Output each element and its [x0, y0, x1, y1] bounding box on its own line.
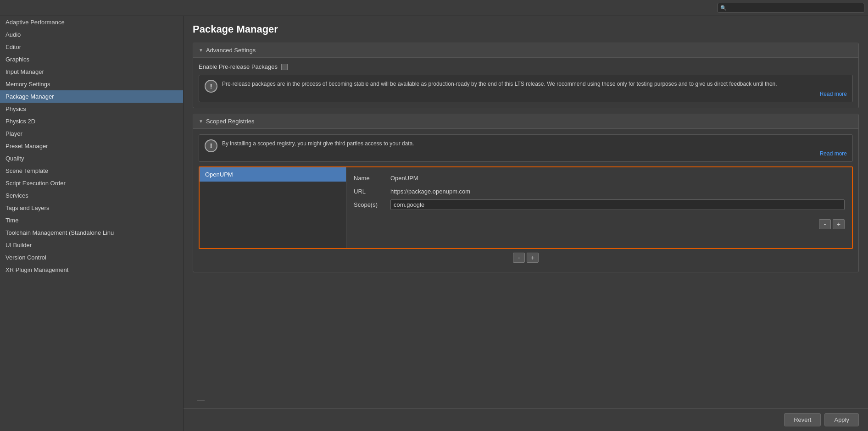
scoped-info-text: By installing a scoped registry, you mig… — [222, 139, 847, 148]
sidebar-item-toolchain-management[interactable]: Toolchain Management (Standalone Linu — [0, 227, 183, 239]
enable-prerelease-row: Enable Pre-release Packages — [199, 63, 853, 70]
apply-button[interactable]: Apply — [824, 413, 859, 426]
registry-buttons-row: - + — [354, 216, 845, 229]
sidebar-item-scene-template[interactable]: Scene Template — [0, 165, 183, 177]
advanced-settings-section: ▼ Advanced Settings Enable Pre-release P… — [193, 43, 859, 108]
registry-detail: Name OpenUPM URL https://package.openupm… — [346, 167, 852, 248]
sidebar-item-adaptive-performance[interactable]: Adaptive Performance — [0, 16, 183, 28]
sidebar-item-preset-manager[interactable]: Preset Manager — [0, 140, 183, 152]
scoped-info-content: By installing a scoped registry, you mig… — [222, 139, 847, 157]
bottom-bar: Revert Apply — [184, 408, 868, 431]
sidebar-item-xr-plugin-management[interactable]: XR Plugin Management — [0, 264, 183, 276]
advanced-settings-header[interactable]: ▼ Advanced Settings — [193, 43, 858, 58]
registry-scope-row: Scope(s) — [354, 199, 845, 210]
scoped-registries-section: ▼ Scoped Registries ! By installing a sc… — [193, 114, 859, 272]
advanced-info-box: ! Pre-release packages are in the proces… — [199, 75, 853, 102]
sidebar-item-tags-and-layers[interactable]: Tags and Layers — [0, 202, 183, 214]
scoped-read-more-link[interactable]: Read more — [222, 150, 847, 157]
scoped-registries-arrow: ▼ — [199, 119, 203, 124]
sidebar-item-audio[interactable]: Audio — [0, 28, 183, 41]
top-bar: 🔍 — [0, 0, 868, 16]
scoped-registries-title: Scoped Registries — [206, 118, 255, 125]
list-remove-button[interactable]: - — [513, 253, 525, 263]
sidebar-item-graphics[interactable]: Graphics — [0, 53, 183, 66]
advanced-info-content: Pre-release packages are in the process … — [222, 80, 847, 97]
registry-list-item-openupm[interactable]: OpenUPM — [200, 167, 346, 182]
advanced-info-text: Pre-release packages are in the process … — [222, 80, 847, 88]
search-input[interactable] — [718, 3, 864, 13]
sidebar-item-ui-builder[interactable]: UI Builder — [0, 239, 183, 251]
sidebar-item-time[interactable]: Time — [0, 214, 183, 227]
sidebar-item-player[interactable]: Player — [0, 127, 183, 140]
registry-url-label: URL — [354, 186, 390, 195]
content-area: Package Manager ▼ Advanced Settings Enab… — [184, 16, 868, 431]
list-add-button[interactable]: + — [527, 253, 539, 263]
sidebar-item-memory-settings[interactable]: Memory Settings — [0, 78, 183, 90]
enable-prerelease-checkbox[interactable] — [281, 64, 288, 70]
search-icon: 🔍 — [720, 5, 727, 11]
page-title: Package Manager — [193, 23, 859, 35]
sidebar-item-script-execution-order[interactable]: Script Execution Order — [0, 177, 183, 189]
registry-list: OpenUPM — [200, 167, 346, 248]
revert-button[interactable]: Revert — [784, 413, 821, 426]
content-scroll: Package Manager ▼ Advanced Settings Enab… — [184, 16, 868, 408]
list-add-remove-controls: - + — [199, 249, 853, 266]
sidebar-item-services[interactable]: Services — [0, 189, 183, 202]
main-layout: Adaptive PerformanceAudioEditorGraphicsI… — [0, 16, 868, 431]
registry-name-row: Name OpenUPM — [354, 173, 845, 182]
registry-scope-label: Scope(s) — [354, 199, 390, 208]
sidebar-item-quality[interactable]: Quality — [0, 152, 183, 165]
sidebar-item-version-control[interactable]: Version Control — [0, 251, 183, 264]
advanced-info-icon: ! — [205, 80, 217, 93]
registry-name-label: Name — [354, 173, 390, 182]
search-container: 🔍 — [718, 3, 864, 13]
sidebar-item-input-manager[interactable]: Input Manager — [0, 66, 183, 78]
scoped-registries-body: ! By installing a scoped registry, you m… — [193, 129, 858, 272]
registry-url-value: https://package.openupm.com — [390, 186, 845, 195]
sidebar-item-editor[interactable]: Editor — [0, 41, 183, 53]
enable-prerelease-label: Enable Pre-release Packages — [199, 63, 278, 70]
registry-list-controls — [197, 400, 205, 408]
registry-add-scope-button[interactable]: + — [833, 219, 845, 229]
registry-remove-scope-button[interactable]: - — [819, 219, 831, 229]
advanced-settings-body: Enable Pre-release Packages ! Pre-releas… — [193, 58, 858, 108]
registry-url-row: URL https://package.openupm.com — [354, 186, 845, 195]
sidebar: Adaptive PerformanceAudioEditorGraphicsI… — [0, 16, 184, 431]
scoped-info-box: ! By installing a scoped registry, you m… — [199, 134, 853, 162]
sidebar-item-package-manager[interactable]: Package Manager — [0, 90, 183, 103]
registry-container: OpenUPM Name OpenUPM URL — [199, 166, 853, 249]
registry-name-value: OpenUPM — [390, 173, 845, 182]
scoped-info-icon: ! — [205, 139, 217, 152]
sidebar-item-physics[interactable]: Physics — [0, 103, 183, 115]
advanced-settings-arrow: ▼ — [199, 48, 203, 53]
advanced-settings-title: Advanced Settings — [206, 47, 256, 54]
scoped-registries-header[interactable]: ▼ Scoped Registries — [193, 114, 858, 129]
registry-scope-input[interactable] — [390, 199, 845, 210]
advanced-read-more-link[interactable]: Read more — [222, 91, 847, 97]
sidebar-item-physics-2d[interactable]: Physics 2D — [0, 115, 183, 127]
